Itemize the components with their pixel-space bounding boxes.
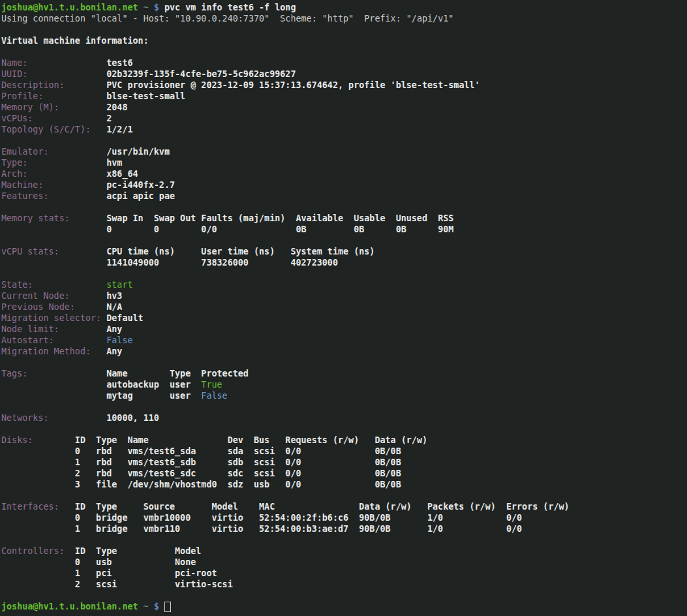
table-cell: None — [175, 557, 196, 568]
field-migration-method: Migration Method:Any — [1, 346, 687, 357]
field-label: UUID: — [1, 69, 27, 80]
field-value: Any — [106, 346, 122, 357]
field-value: x86_64 — [106, 168, 138, 179]
table-cell: vmbr10000 — [144, 512, 191, 523]
field-emulator: Emulator:/usr/bin/kvm — [1, 146, 687, 157]
tags-header: Tags:NameTypeProtected — [1, 368, 687, 379]
memory-stats-header: Memory stats:Swap InSwap OutFaults (maj/… — [1, 213, 687, 224]
table-cell: rbd — [96, 468, 112, 479]
connection-info: Using connection "local" - Host: "10.90.… — [1, 13, 453, 24]
table-cell: 0B/0B — [374, 479, 401, 490]
disk-row: 3file/dev/shm/vhostmd0sdzusb0/00B/0B — [1, 479, 687, 490]
blank-line — [1, 424, 687, 435]
field-label: Networks: — [1, 412, 49, 424]
interface-row: 0bridgevmbr10000virtio52:54:00:2f:b6:c69… — [1, 512, 687, 523]
field-value: pc-i440fx-2.7 — [106, 179, 175, 191]
section-title-line: Virtual machine information: — [1, 35, 687, 46]
table-cell: 0B/0B — [374, 457, 401, 468]
column-header: Swap Out — [154, 213, 196, 224]
field-label: Current Node: — [1, 290, 70, 301]
terminal-cursor[interactable] — [164, 602, 171, 612]
table-cell: bridge — [96, 523, 127, 534]
controller-row: 0usbNone — [1, 557, 687, 568]
field-autostart: Autostart:False — [1, 335, 687, 346]
column-header: Name — [127, 435, 148, 446]
command-text: pvc vm info test6 -f long — [164, 2, 296, 13]
disk-row: 0rbdvms/test6_sdasdascsi0/00B/0B — [1, 446, 687, 457]
table-cell: user — [170, 390, 191, 401]
table-cell: 0B — [296, 224, 306, 235]
field-value: 1/2/1 — [106, 124, 132, 135]
disks-header: Disks:IDTypeNameDevBusRequests (r/w)Data… — [1, 435, 687, 446]
blank-line — [1, 268, 687, 279]
table-cell: 0 — [106, 224, 112, 235]
table-cell: 52:54:00:2f:b6:c6 — [259, 512, 348, 523]
username: joshua@hv1.t.u.bonilan.net — [1, 2, 138, 13]
table-cell: 0B/0B — [374, 468, 401, 479]
column-header: Unused — [396, 213, 427, 224]
field-value: 2048 — [106, 102, 127, 113]
table-cell: scsi — [96, 579, 117, 590]
table-cell: False — [201, 390, 227, 401]
blank-line — [1, 46, 687, 57]
interfaces-header: Interfaces:IDTypeSourceModelMACData (r/w… — [1, 501, 687, 512]
table-cell: 0B — [354, 224, 364, 235]
blank-line — [1, 401, 687, 412]
field-label: Topology (S/C/T): — [1, 124, 91, 135]
field-label: Memory (M): — [1, 102, 59, 113]
table-cell: user — [170, 379, 191, 390]
field-label: Controllers: — [1, 546, 65, 557]
field-label: Memory stats: — [1, 213, 70, 224]
table-cell: rbd — [96, 457, 112, 468]
controllers-header: Controllers:IDTypeModel — [1, 546, 687, 557]
field-state: State:start — [1, 279, 687, 290]
field-label: Disks: — [1, 435, 33, 446]
blank-line — [1, 202, 687, 213]
column-header: ID — [75, 546, 85, 557]
column-header: Swap In — [106, 213, 143, 224]
field-label: Name: — [1, 57, 27, 69]
column-header: Model — [175, 546, 201, 557]
field-label: Profile: — [1, 91, 44, 102]
home-dir-tilde: ~ — [144, 601, 149, 612]
table-cell: sdz — [228, 479, 243, 490]
memory-stats-values: 000/00B0B0B90M — [1, 224, 687, 235]
column-header: Packets (r/w) — [427, 501, 496, 512]
vcpu-stats-header: vCPU stats:CPU time (ns)User time (ns)Sy… — [1, 246, 687, 257]
field-value: PVC provisioner @ 2023-12-09 15:37:13.67… — [106, 80, 480, 91]
interface-row: 1bridgevmbr110virtio52:54:00:b3:ae:d790B… — [1, 523, 687, 534]
table-cell: scsi — [254, 446, 275, 457]
table-cell: 0/0 — [285, 468, 301, 479]
field-value: Any — [106, 324, 122, 335]
field-label: Migration selector: — [1, 313, 101, 324]
table-cell: sda — [228, 446, 243, 457]
disk-row: 2rbdvms/test6_sdcsdcscsi0/00B/0B — [1, 468, 687, 479]
column-header: Name — [106, 368, 127, 379]
field-machine: Machine:pc-i440fx-2.7 — [1, 179, 687, 191]
field-label: Autostart: — [1, 335, 54, 346]
table-cell: 90B/0B — [359, 512, 390, 523]
table-cell: 0 — [75, 446, 80, 457]
blank-line — [1, 490, 687, 501]
column-header: ID — [75, 501, 85, 512]
prompt-symbol: $ — [154, 2, 159, 13]
blank-line — [1, 534, 687, 546]
prompt-line-top: joshua@hv1.t.u.bonilan.net~$pvc vm info … — [1, 2, 687, 13]
field-label: Arch: — [1, 168, 27, 179]
field-node-limit: Node limit:Any — [1, 324, 687, 335]
column-header: Type — [96, 546, 117, 557]
field-description: Description:PVC provisioner @ 2023-12-09… — [1, 80, 687, 91]
tag-row: autobackupuserTrue — [1, 379, 687, 390]
column-header: User time (ns) — [201, 246, 275, 257]
field-networks: Networks:10000, 110 — [1, 412, 687, 424]
field-label: vCPUs: — [1, 113, 33, 124]
terminal-window[interactable]: { "colors": { "background": "#1f2322", "… — [0, 0, 687, 616]
table-cell: 2 — [75, 468, 80, 479]
field-value: Default — [106, 313, 143, 324]
field-memory: Memory (M):2048 — [1, 102, 687, 113]
prompt-symbol: $ — [154, 601, 159, 612]
table-cell: 0 — [154, 224, 159, 235]
field-label: Type: — [1, 157, 27, 168]
field-label: Emulator: — [1, 146, 49, 157]
field-current-node: Current Node:hv3 — [1, 290, 687, 301]
